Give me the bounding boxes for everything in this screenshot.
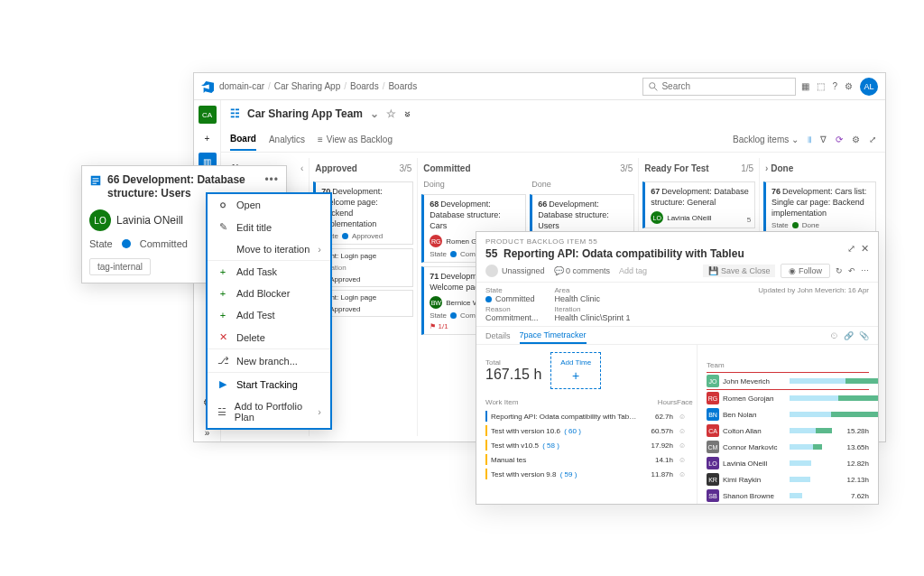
history-icon[interactable]: ⏲ <box>830 331 838 340</box>
revert-icon[interactable]: ↶ <box>848 266 855 275</box>
col-count: 1/5 <box>741 163 753 173</box>
state-dot-icon <box>122 239 131 248</box>
updated-label: Updated by John Meverich: 16 Apr <box>758 286 869 322</box>
menu-move-to-iteration[interactable]: Move to iteration› <box>208 238 330 261</box>
face-icon[interactable]: ☺ <box>677 470 688 478</box>
tab-timetracker[interactable]: 7pace Timetracker <box>520 327 587 344</box>
team-icon: ☷ <box>230 107 240 120</box>
columns-icon[interactable]: ⫴ <box>808 135 811 145</box>
menu-start-tracking[interactable]: ▶Start Tracking <box>208 373 330 395</box>
col-count: 3/5 <box>620 163 633 173</box>
tab-analytics[interactable]: Analytics <box>269 135 305 144</box>
board-tabs: Board Analytics ≡View as Backlog Backlog… <box>221 127 885 153</box>
team-name[interactable]: Car Sharing App Team <box>247 107 363 120</box>
azure-devops-logo-icon <box>201 80 214 93</box>
expand-icon[interactable]: › <box>765 163 768 173</box>
view-backlog[interactable]: ≡View as Backlog <box>318 135 393 144</box>
state-dot-icon <box>450 312 457 319</box>
menu-delete[interactable]: ✕Delete <box>208 326 330 349</box>
face-icon[interactable]: ☺ <box>677 456 688 464</box>
col-title: Committed <box>423 163 470 173</box>
add-time-button[interactable]: Add Time+ <box>550 352 601 389</box>
face-icon[interactable]: ☺ <box>677 427 688 435</box>
avatar-icon: LO <box>651 211 663 224</box>
work-item-row[interactable]: Test with version 10.6 ( 60 )60.57h☺ <box>485 423 688 438</box>
work-item-type-icon <box>89 174 102 187</box>
col-title: Done <box>771 163 793 173</box>
link-icon[interactable]: 🔗 <box>844 331 854 340</box>
backlog-items-dropdown[interactable]: Backlog items ⌄ <box>733 135 799 144</box>
face-icon[interactable]: ☺ <box>677 441 688 450</box>
filter-icon[interactable]: ∇ <box>820 135 827 144</box>
team-member-row[interactable]: RGRomen Gorojan28.23h <box>707 390 869 406</box>
total-hours: 167.15 h <box>485 367 541 383</box>
team-member-row[interactable]: SBShanon Browne7.62h <box>707 488 869 504</box>
settings-icon[interactable]: ⚙ <box>852 135 860 144</box>
add-tag-button[interactable]: Add tag <box>619 266 647 275</box>
avatar-icon: BW <box>430 296 442 309</box>
work-item-row[interactable]: Manual tes 14.1h☺ <box>485 452 688 467</box>
menu-add-to-portfolio-plan[interactable]: ☱Add to Portfolio Plan› <box>208 395 330 428</box>
state-dot-icon <box>792 222 799 228</box>
fullscreen-icon[interactable]: ⤢ <box>869 135 876 144</box>
comments-link[interactable]: 💬 0 comments <box>554 266 611 275</box>
menu-add-blocker[interactable]: +Add Blocker <box>208 283 330 304</box>
basket-icon[interactable]: ⬚ <box>817 81 825 91</box>
team-dropdown-icon[interactable]: ⌄ <box>370 107 379 120</box>
state-dot-icon <box>342 233 348 239</box>
team-member-row[interactable]: BNBen Nolan24.42h <box>707 406 869 423</box>
close-icon[interactable]: ✕ <box>861 243 869 255</box>
more-actions-icon[interactable]: ••• <box>264 173 279 186</box>
work-item-row[interactable]: Reporting API: Odata compatibility with … <box>485 409 688 423</box>
topbar: domain-car/ Car Sharing App/ Boards/ Boa… <box>194 73 885 100</box>
live-update-icon[interactable]: ⟳ <box>836 135 843 144</box>
grid-icon[interactable]: ▦ <box>801 81 809 91</box>
svg-line-1 <box>655 88 658 90</box>
menu-open[interactable]: ⭘Open <box>208 194 330 216</box>
team-member-row[interactable]: CMConnor Markovic13.65h <box>707 439 869 455</box>
team-member-row[interactable]: CAColton Allan15.28h <box>707 423 869 439</box>
team-members-icon[interactable]: ఠ <box>403 109 413 119</box>
work-item-row[interactable]: Test with v10.5 ( 58 )17.92h☺ <box>485 438 688 452</box>
team-member-row[interactable]: KRKimi Raykin12.13h <box>707 471 869 488</box>
avatar-icon: RG <box>430 235 442 247</box>
team-member-row[interactable]: LOLavinia ONeill12.82h <box>707 455 869 471</box>
search-input[interactable] <box>661 81 790 91</box>
menu-add-task[interactable]: +Add Task <box>208 261 330 283</box>
follow-button[interactable]: ◉ Follow <box>781 264 830 278</box>
person-settings-icon[interactable]: ⚙ <box>845 81 853 91</box>
work-item-detail-panel: PRODUCT BACKLOG ITEM 55 55 Reporting API… <box>476 231 879 505</box>
face-icon[interactable]: ☺ <box>677 413 688 421</box>
attach-icon[interactable]: 📎 <box>859 331 869 340</box>
save-close-button[interactable]: 💾 Save & Close <box>703 265 775 277</box>
work-item-title[interactable]: 55 Reporting API: Odata compatibility wi… <box>485 247 844 260</box>
menu-add-test[interactable]: +Add Test <box>208 304 330 326</box>
tab-board[interactable]: Board <box>230 134 256 151</box>
sub-col-done: Done <box>530 178 634 190</box>
search-icon <box>649 82 658 91</box>
tag[interactable]: tag-internal <box>89 258 151 275</box>
board-card[interactable]: 76Development: Cars list: Single car pag… <box>763 181 876 234</box>
more-icon[interactable]: ⋯ <box>861 266 869 275</box>
tab-details[interactable]: Details <box>485 331 511 340</box>
project-icon[interactable]: CA <box>199 106 217 124</box>
board-card[interactable]: 67Development: Database structure: Gener… <box>642 181 755 228</box>
favorite-star-icon[interactable]: ☆ <box>386 107 396 120</box>
collapse-icon[interactable]: ‹ <box>300 163 303 173</box>
team-member-row[interactable]: JOJohn Meverich32.93h <box>707 372 869 390</box>
assignee-field[interactable]: Unassigned <box>485 265 545 277</box>
svg-rect-5 <box>93 183 97 184</box>
total-label: Total <box>485 358 541 367</box>
user-avatar[interactable]: AL <box>860 78 878 96</box>
state-dot-icon <box>485 296 492 302</box>
menu-new-branch-[interactable]: ⎇New branch... <box>208 349 330 373</box>
maximize-icon[interactable]: ⤢ <box>847 243 855 255</box>
avatar-icon: LO <box>89 209 111 231</box>
rail-add-icon[interactable]: + <box>199 129 217 147</box>
menu-edit-title[interactable]: ✎Edit title <box>208 216 330 238</box>
refresh-icon[interactable]: ↻ <box>836 266 843 275</box>
work-item-row[interactable]: Test with version 9.8 ( 59 )11.87h☺ <box>485 467 688 481</box>
search-box[interactable] <box>642 78 796 96</box>
help-icon[interactable]: ? <box>832 81 837 91</box>
breadcrumb[interactable]: domain-car/ Car Sharing App/ Boards/ Boa… <box>219 81 417 91</box>
